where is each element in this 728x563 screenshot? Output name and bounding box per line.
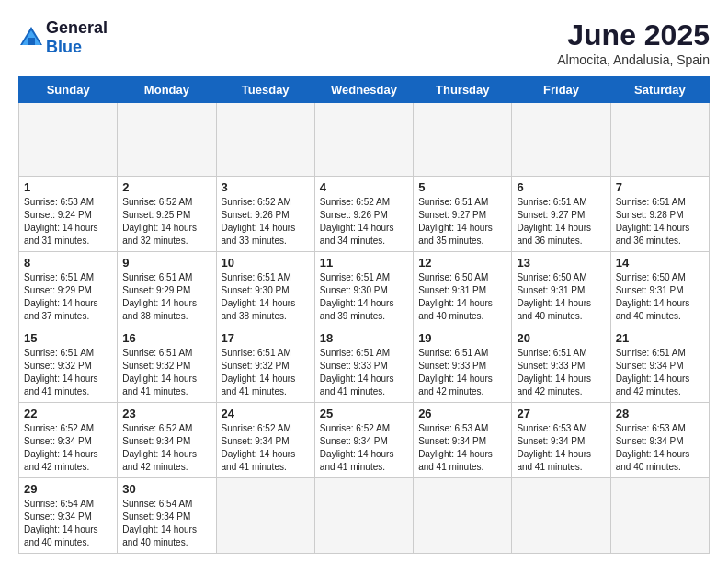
daylight-text: Daylight: 14 hours and 32 minutes. — [122, 223, 197, 246]
calendar-cell — [118, 103, 216, 177]
page-header: General Blue June 2025 Almocita, Andalus… — [18, 18, 710, 67]
daylight-text: Daylight: 14 hours and 41 minutes. — [517, 449, 591, 472]
daylight-text: Daylight: 14 hours and 41 minutes. — [122, 373, 197, 396]
sunset-text: Sunset: 9:25 PM — [122, 210, 190, 220]
daylight-text: Daylight: 14 hours and 38 minutes. — [222, 298, 296, 321]
daylight-text: Daylight: 14 hours and 37 minutes. — [24, 298, 98, 321]
day-number: 6 — [517, 180, 605, 194]
day-of-week-sunday: Sunday — [19, 77, 118, 103]
daylight-text: Daylight: 14 hours and 38 minutes. — [122, 298, 197, 321]
calendar-cell: 15 Sunrise: 6:51 AM Sunset: 9:32 PM Dayl… — [19, 327, 118, 403]
logo-blue: Blue — [46, 38, 82, 56]
daylight-text: Daylight: 14 hours and 41 minutes. — [24, 373, 98, 396]
sunset-text: Sunset: 9:34 PM — [222, 436, 290, 446]
calendar-cell: 12 Sunrise: 6:50 AM Sunset: 9:31 PM Dayl… — [414, 252, 512, 327]
sunset-text: Sunset: 9:30 PM — [222, 285, 290, 295]
sunset-text: Sunset: 9:33 PM — [320, 361, 388, 371]
sunset-text: Sunset: 9:34 PM — [122, 511, 190, 522]
calendar-week-0 — [19, 103, 710, 177]
calendar-cell: 11 Sunrise: 6:51 AM Sunset: 9:30 PM Dayl… — [314, 252, 413, 327]
calendar-cell: 23 Sunrise: 6:52 AM Sunset: 9:34 PM Dayl… — [118, 403, 216, 478]
sunrise-text: Sunrise: 6:50 AM — [418, 272, 488, 282]
sunrise-text: Sunrise: 6:51 AM — [222, 348, 291, 358]
day-number: 11 — [320, 256, 408, 270]
daylight-text: Daylight: 14 hours and 34 minutes. — [320, 223, 394, 246]
day-of-week-saturday: Saturday — [610, 77, 709, 103]
day-number: 7 — [616, 180, 704, 194]
calendar-cell: 10 Sunrise: 6:51 AM Sunset: 9:30 PM Dayl… — [216, 252, 314, 327]
calendar-cell — [216, 478, 314, 554]
calendar-cell — [610, 103, 709, 177]
daylight-text: Daylight: 14 hours and 42 minutes. — [517, 373, 591, 396]
calendar-cell — [512, 103, 610, 177]
sunset-text: Sunset: 9:29 PM — [122, 285, 190, 295]
sunrise-text: Sunrise: 6:51 AM — [320, 348, 390, 358]
day-number: 9 — [122, 256, 210, 270]
sunrise-text: Sunrise: 6:51 AM — [517, 348, 586, 358]
calendar-cell: 13 Sunrise: 6:50 AM Sunset: 9:31 PM Dayl… — [512, 252, 610, 327]
daylight-text: Daylight: 14 hours and 42 minutes. — [418, 373, 493, 396]
day-number: 1 — [24, 180, 112, 194]
calendar-cell — [216, 103, 314, 177]
sunrise-text: Sunrise: 6:54 AM — [24, 499, 94, 509]
daylight-text: Daylight: 14 hours and 40 minutes. — [24, 524, 98, 547]
day-number: 2 — [122, 180, 210, 194]
daylight-text: Daylight: 14 hours and 36 minutes. — [517, 223, 591, 246]
sunrise-text: Sunrise: 6:53 AM — [24, 197, 94, 207]
calendar-cell: 20 Sunrise: 6:51 AM Sunset: 9:33 PM Dayl… — [512, 327, 610, 403]
sunset-text: Sunset: 9:33 PM — [517, 361, 585, 371]
calendar-cell: 8 Sunrise: 6:51 AM Sunset: 9:29 PM Dayli… — [19, 252, 118, 327]
sunrise-text: Sunrise: 6:51 AM — [418, 197, 488, 207]
sunset-text: Sunset: 9:32 PM — [24, 361, 92, 371]
calendar-week-1: 1 Sunrise: 6:53 AM Sunset: 9:24 PM Dayli… — [19, 177, 710, 252]
sunset-text: Sunset: 9:33 PM — [418, 361, 486, 371]
calendar-cell: 2 Sunrise: 6:52 AM Sunset: 9:25 PM Dayli… — [118, 177, 216, 252]
calendar-header: SundayMondayTuesdayWednesdayThursdayFrid… — [19, 77, 710, 103]
sunrise-text: Sunrise: 6:52 AM — [122, 197, 192, 207]
sunrise-text: Sunrise: 6:51 AM — [418, 348, 488, 358]
sunrise-text: Sunrise: 6:51 AM — [24, 348, 94, 358]
calendar-table: SundayMondayTuesdayWednesdayThursdayFrid… — [18, 76, 710, 554]
sunset-text: Sunset: 9:34 PM — [320, 436, 388, 446]
sunrise-text: Sunrise: 6:50 AM — [517, 272, 586, 282]
calendar-cell: 25 Sunrise: 6:52 AM Sunset: 9:34 PM Dayl… — [314, 403, 413, 478]
sunset-text: Sunset: 9:34 PM — [616, 436, 684, 446]
daylight-text: Daylight: 14 hours and 40 minutes. — [122, 524, 197, 547]
sunrise-text: Sunrise: 6:54 AM — [122, 499, 192, 509]
sunrise-text: Sunrise: 6:50 AM — [616, 272, 686, 282]
svg-rect-2 — [28, 38, 35, 45]
daylight-text: Daylight: 14 hours and 40 minutes. — [616, 298, 690, 321]
day-number: 27 — [517, 407, 605, 420]
sunrise-text: Sunrise: 6:51 AM — [122, 272, 192, 282]
calendar-cell: 19 Sunrise: 6:51 AM Sunset: 9:33 PM Dayl… — [414, 327, 512, 403]
calendar-cell: 22 Sunrise: 6:52 AM Sunset: 9:34 PM Dayl… — [19, 403, 118, 478]
daylight-text: Daylight: 14 hours and 33 minutes. — [222, 223, 296, 246]
sunrise-text: Sunrise: 6:53 AM — [616, 423, 686, 433]
day-of-week-friday: Friday — [512, 77, 610, 103]
sunset-text: Sunset: 9:27 PM — [418, 210, 486, 220]
sunrise-text: Sunrise: 6:53 AM — [418, 423, 488, 433]
sunset-text: Sunset: 9:29 PM — [24, 285, 92, 295]
calendar-cell: 24 Sunrise: 6:52 AM Sunset: 9:34 PM Dayl… — [216, 403, 314, 478]
title-block: June 2025 Almocita, Andalusia, Spain — [557, 18, 710, 67]
sunset-text: Sunset: 9:26 PM — [222, 210, 290, 220]
sunrise-text: Sunrise: 6:51 AM — [616, 348, 686, 358]
logo: General Blue — [18, 18, 108, 57]
sunrise-text: Sunrise: 6:52 AM — [122, 423, 192, 433]
day-number: 10 — [222, 256, 310, 270]
day-number: 22 — [24, 407, 112, 420]
sunset-text: Sunset: 9:27 PM — [517, 210, 585, 220]
calendar-cell: 27 Sunrise: 6:53 AM Sunset: 9:34 PM Dayl… — [512, 403, 610, 478]
sunrise-text: Sunrise: 6:52 AM — [320, 197, 390, 207]
calendar-cell: 5 Sunrise: 6:51 AM Sunset: 9:27 PM Dayli… — [414, 177, 512, 252]
calendar-cell: 1 Sunrise: 6:53 AM Sunset: 9:24 PM Dayli… — [19, 177, 118, 252]
calendar-week-3: 15 Sunrise: 6:51 AM Sunset: 9:32 PM Dayl… — [19, 327, 710, 403]
sunrise-text: Sunrise: 6:51 AM — [517, 197, 586, 207]
day-number: 13 — [517, 256, 605, 270]
daylight-text: Daylight: 14 hours and 42 minutes. — [122, 449, 197, 472]
calendar-cell — [314, 103, 413, 177]
day-of-week-monday: Monday — [118, 77, 216, 103]
calendar-cell — [610, 478, 709, 554]
day-number: 19 — [418, 331, 506, 345]
day-number: 8 — [24, 256, 112, 270]
